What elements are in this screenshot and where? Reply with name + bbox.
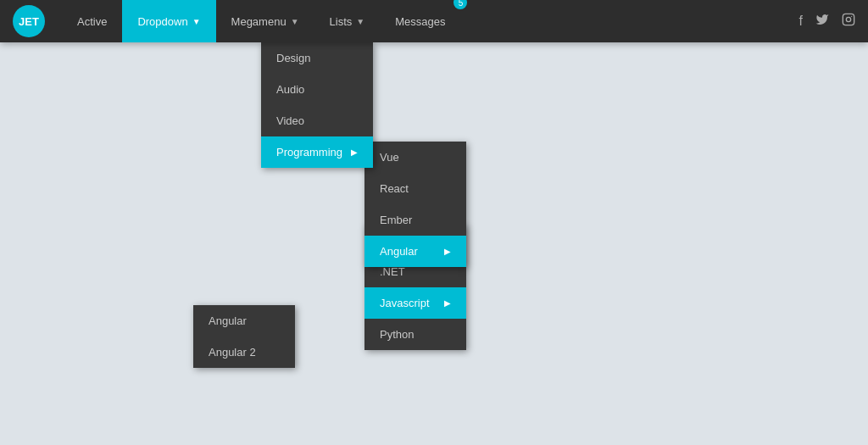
nav-label-active: Active	[77, 15, 107, 28]
social-icons: f	[799, 13, 855, 30]
nav-item-lists[interactable]: Lists ▼	[314, 0, 381, 42]
arrow-right-icon: ▶	[444, 298, 451, 308]
dropdown-level2-programming: Vue React Ember Angular ▶	[364, 142, 466, 267]
chevron-down-icon: ▼	[291, 17, 299, 26]
chevron-down-icon: ▼	[192, 17, 201, 26]
svg-rect-0	[843, 14, 854, 25]
dropdown-label-javascript: Javascript	[380, 297, 430, 309]
dropdown-item-programming[interactable]: Programming ▶	[261, 136, 373, 168]
dropdown-label-vue: Vue	[380, 151, 399, 164]
dropdown-label-audio: Audio	[276, 83, 304, 96]
nav-label-lists: Lists	[330, 15, 353, 28]
dropdown-item-angular1[interactable]: Angular	[193, 305, 295, 337]
arrow-right-icon: ▶	[444, 247, 451, 256]
nav-label-messages: Messages	[395, 15, 445, 28]
dropdown-item-design[interactable]: Design	[261, 42, 373, 74]
logo[interactable]: JET	[13, 5, 45, 37]
dropdown-label-angular: Angular	[380, 245, 418, 258]
chevron-down-icon: ▼	[356, 17, 364, 26]
dropdown-label-dotnet: .NET	[380, 265, 405, 278]
nav-label-megamenu: Megamenu	[231, 15, 287, 28]
nav-item-megamenu[interactable]: Megamenu ▼	[216, 0, 314, 42]
facebook-icon[interactable]: f	[799, 14, 803, 29]
dropdown-item-audio[interactable]: Audio	[261, 74, 373, 105]
dropdown-item-video[interactable]: Video	[261, 105, 373, 136]
dropdown-item-angular2[interactable]: Angular 2	[193, 337, 295, 368]
dropdown-label-react: React	[380, 182, 409, 195]
dropdown-label-video: Video	[276, 114, 304, 127]
instagram-icon[interactable]	[842, 13, 855, 30]
dropdown-level1: Design Audio Video Programming ▶	[261, 42, 373, 168]
dropdown-item-python[interactable]: Python	[364, 319, 466, 350]
svg-point-2	[851, 16, 852, 17]
dropdown-label-angular1: Angular	[209, 314, 247, 327]
twitter-icon[interactable]	[815, 13, 829, 30]
dropdown-label-design: Design	[276, 52, 310, 64]
dropdown-item-ember[interactable]: Ember	[364, 204, 466, 236]
nav-items: Active Dropdown ▼ Megamenu ▼ Lists ▼ Mes…	[62, 0, 799, 42]
dropdown-label-ember: Ember	[380, 214, 412, 226]
dropdown-label-angular2: Angular 2	[209, 346, 256, 359]
dropdown-item-javascript[interactable]: Javascript ▶	[364, 287, 466, 319]
arrow-right-icon: ▶	[351, 147, 358, 157]
nav-item-dropdown[interactable]: Dropdown ▼	[122, 0, 215, 42]
nav-item-active[interactable]: Active	[62, 0, 122, 42]
dropdown-label-python: Python	[380, 328, 414, 341]
navbar: JET Active Dropdown ▼ Megamenu ▼ Lists ▼…	[0, 0, 868, 42]
messages-badge: 5	[453, 0, 467, 9]
dropdown-label-programming: Programming	[276, 146, 342, 159]
nav-label-dropdown: Dropdown	[137, 15, 187, 28]
svg-point-1	[846, 17, 850, 21]
nav-item-messages[interactable]: Messages 5	[380, 0, 460, 42]
dropdown-level3-angular: Angular Angular 2	[193, 305, 295, 368]
dropdown-item-vue[interactable]: Vue	[364, 142, 466, 173]
dropdown-item-react[interactable]: React	[364, 173, 466, 204]
dropdown-item-angular[interactable]: Angular ▶	[364, 236, 466, 267]
